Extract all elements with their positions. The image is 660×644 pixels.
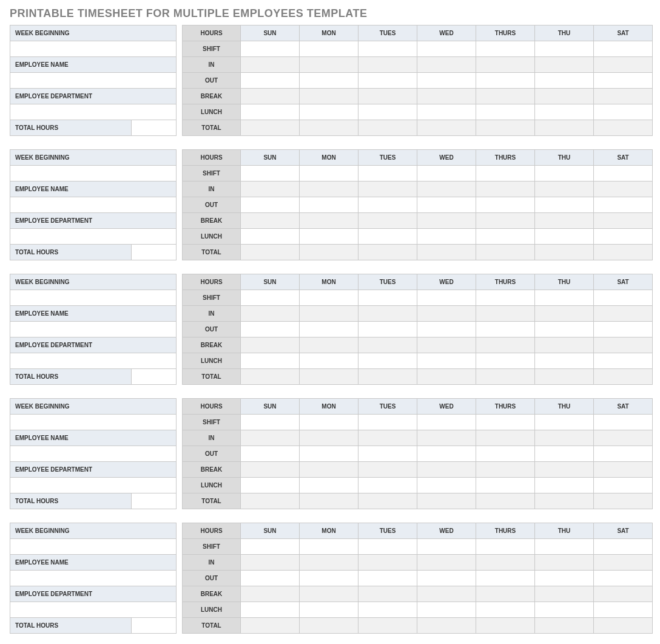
- total-cell-0[interactable]: [241, 245, 300, 260]
- out-cell-1[interactable]: [300, 446, 359, 462]
- shift-cell-4[interactable]: [476, 290, 535, 306]
- shift-cell-5[interactable]: [535, 166, 594, 181]
- total-cell-5[interactable]: [535, 369, 594, 385]
- out-cell-3[interactable]: [417, 322, 476, 337]
- shift-cell-3[interactable]: [417, 41, 476, 57]
- lunch-cell-6[interactable]: [594, 229, 653, 245]
- week-beginning-value[interactable]: [10, 415, 177, 430]
- break-cell-6[interactable]: [594, 586, 653, 602]
- week-beginning-value[interactable]: [10, 41, 177, 57]
- total-cell-4[interactable]: [476, 245, 535, 260]
- shift-cell-4[interactable]: [476, 415, 535, 430]
- lunch-cell-6[interactable]: [594, 353, 653, 369]
- in-cell-6[interactable]: [594, 181, 653, 197]
- in-cell-4[interactable]: [476, 555, 535, 571]
- lunch-cell-1[interactable]: [300, 104, 359, 120]
- lunch-cell-5[interactable]: [535, 104, 594, 120]
- shift-cell-6[interactable]: [594, 290, 653, 306]
- shift-cell-3[interactable]: [417, 539, 476, 555]
- shift-cell-3[interactable]: [417, 290, 476, 306]
- out-cell-1[interactable]: [300, 197, 359, 213]
- total-cell-5[interactable]: [535, 120, 594, 136]
- in-cell-4[interactable]: [476, 430, 535, 446]
- lunch-cell-5[interactable]: [535, 478, 594, 493]
- out-cell-5[interactable]: [535, 322, 594, 337]
- shift-cell-4[interactable]: [476, 166, 535, 181]
- out-cell-4[interactable]: [476, 571, 535, 586]
- out-cell-2[interactable]: [359, 571, 417, 586]
- total-cell-2[interactable]: [359, 120, 417, 136]
- total-cell-6[interactable]: [594, 120, 653, 136]
- break-cell-0[interactable]: [241, 586, 300, 602]
- shift-cell-0[interactable]: [241, 166, 300, 181]
- in-cell-2[interactable]: [359, 430, 417, 446]
- lunch-cell-5[interactable]: [535, 229, 594, 245]
- out-cell-3[interactable]: [417, 446, 476, 462]
- shift-cell-3[interactable]: [417, 166, 476, 181]
- lunch-cell-0[interactable]: [241, 104, 300, 120]
- total-cell-6[interactable]: [594, 369, 653, 385]
- out-cell-0[interactable]: [241, 446, 300, 462]
- out-cell-3[interactable]: [417, 197, 476, 213]
- shift-cell-4[interactable]: [476, 539, 535, 555]
- shift-cell-2[interactable]: [359, 415, 417, 430]
- total-cell-3[interactable]: [417, 493, 476, 509]
- in-cell-3[interactable]: [417, 430, 476, 446]
- in-cell-0[interactable]: [241, 430, 300, 446]
- out-cell-5[interactable]: [535, 197, 594, 213]
- break-cell-5[interactable]: [535, 337, 594, 353]
- shift-cell-6[interactable]: [594, 415, 653, 430]
- break-cell-5[interactable]: [535, 462, 594, 478]
- total-cell-3[interactable]: [417, 245, 476, 260]
- out-cell-4[interactable]: [476, 446, 535, 462]
- out-cell-1[interactable]: [300, 571, 359, 586]
- out-cell-4[interactable]: [476, 197, 535, 213]
- shift-cell-2[interactable]: [359, 166, 417, 181]
- out-cell-2[interactable]: [359, 322, 417, 337]
- lunch-cell-4[interactable]: [476, 353, 535, 369]
- shift-cell-0[interactable]: [241, 41, 300, 57]
- break-cell-2[interactable]: [359, 586, 417, 602]
- in-cell-6[interactable]: [594, 430, 653, 446]
- shift-cell-6[interactable]: [594, 41, 653, 57]
- shift-cell-5[interactable]: [535, 539, 594, 555]
- lunch-cell-1[interactable]: [300, 353, 359, 369]
- out-cell-6[interactable]: [594, 446, 653, 462]
- total-cell-0[interactable]: [241, 120, 300, 136]
- break-cell-4[interactable]: [476, 213, 535, 229]
- total-cell-4[interactable]: [476, 618, 535, 634]
- shift-cell-6[interactable]: [594, 539, 653, 555]
- out-cell-1[interactable]: [300, 73, 359, 89]
- out-cell-5[interactable]: [535, 571, 594, 586]
- total-cell-1[interactable]: [300, 618, 359, 634]
- in-cell-0[interactable]: [241, 555, 300, 571]
- in-cell-3[interactable]: [417, 555, 476, 571]
- in-cell-0[interactable]: [241, 57, 300, 73]
- in-cell-3[interactable]: [417, 57, 476, 73]
- out-cell-0[interactable]: [241, 322, 300, 337]
- shift-cell-0[interactable]: [241, 290, 300, 306]
- total-hours-value[interactable]: [132, 245, 177, 260]
- employee-name-value[interactable]: [10, 197, 177, 213]
- total-cell-5[interactable]: [535, 245, 594, 260]
- break-cell-3[interactable]: [417, 337, 476, 353]
- break-cell-2[interactable]: [359, 89, 417, 104]
- in-cell-2[interactable]: [359, 306, 417, 322]
- out-cell-6[interactable]: [594, 322, 653, 337]
- break-cell-6[interactable]: [594, 462, 653, 478]
- employee-name-value[interactable]: [10, 73, 177, 89]
- out-cell-2[interactable]: [359, 197, 417, 213]
- shift-cell-5[interactable]: [535, 415, 594, 430]
- in-cell-6[interactable]: [594, 555, 653, 571]
- total-cell-4[interactable]: [476, 120, 535, 136]
- total-hours-value[interactable]: [132, 369, 177, 385]
- in-cell-2[interactable]: [359, 57, 417, 73]
- in-cell-5[interactable]: [535, 430, 594, 446]
- lunch-cell-3[interactable]: [417, 104, 476, 120]
- total-cell-6[interactable]: [594, 618, 653, 634]
- break-cell-5[interactable]: [535, 586, 594, 602]
- in-cell-6[interactable]: [594, 57, 653, 73]
- shift-cell-1[interactable]: [300, 41, 359, 57]
- total-cell-1[interactable]: [300, 369, 359, 385]
- lunch-cell-2[interactable]: [359, 104, 417, 120]
